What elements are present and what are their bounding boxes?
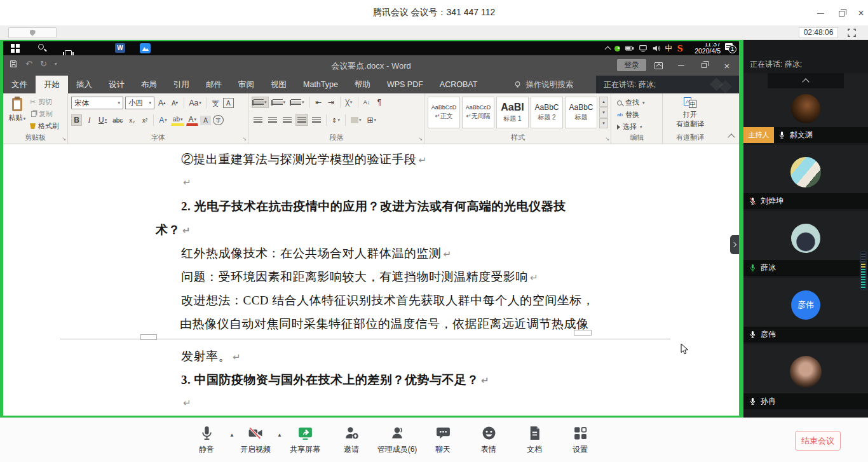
show-marks-button[interactable]: ¶ [374,97,385,108]
style-heading1[interactable]: AaBI标题 1 [496,97,529,128]
character-border-button[interactable]: A [223,98,234,108]
style-heading2[interactable]: AaBbC标题 2 [531,97,563,128]
participant-tile[interactable]: 孙冉 [743,344,868,409]
tab-home[interactable]: 开始 [36,76,68,93]
sidebar-expand-handle[interactable] [730,235,739,254]
participant-tile[interactable]: 薛冰 [743,211,868,276]
tray-chevron-icon[interactable] [604,46,611,53]
collapse-ribbon-icon[interactable] [728,133,735,140]
tab-file[interactable]: 文件 [3,76,36,93]
tab-insert[interactable]: 插入 [68,76,100,93]
end-meeting-button[interactable]: 结束会议 [795,431,841,451]
document-canvas[interactable]: ②提出重建算法与探测光学模型的验证手段↵ ↵ 2. 光电子技术在抗击疫情中的应用… [3,144,739,416]
decrease-indent-button[interactable]: ⇤ [313,97,324,108]
participant-tile[interactable]: 彦伟 彦伟 [743,278,868,343]
borders-button[interactable]: ⊞▾ [365,114,378,126]
strikethrough-button[interactable]: abc [111,114,125,126]
battery-icon[interactable] [625,44,634,53]
superscript-button[interactable]: x² [139,114,150,126]
replace-button[interactable]: ab替换 [617,109,645,120]
font-name-combobox[interactable]: 宋体▾ [71,97,123,109]
line-spacing-button[interactable]: ⇕▾ [330,114,342,126]
taskbar-clock[interactable]: 11:37 2020/4/5 [688,43,721,54]
italic-button[interactable]: I [84,114,95,126]
ime-indicator[interactable]: 中 [665,43,673,54]
phonetic-guide-button[interactable]: wén文 [210,97,221,109]
action-center-icon[interactable]: 1 [725,43,736,53]
network-icon[interactable] [639,44,648,53]
style-normal[interactable]: AaBbCcD↵正文 [428,97,460,128]
align-right-button[interactable] [281,114,294,126]
word-minimize-icon[interactable] [672,60,691,71]
clipboard-dialog-launcher-icon[interactable]: ↘ [62,136,66,142]
sort-button[interactable]: A↓ [362,97,372,108]
participant-tile[interactable]: 刘烨坤 [743,145,868,209]
youdao-open-button[interactable]: A中 打开 有道翻译 [663,97,717,129]
tab-mailings[interactable]: 邮件 [198,76,230,93]
windows-start-icon[interactable] [11,44,15,48]
bold-button[interactable]: B [71,114,82,126]
sidebar-collapse-button[interactable] [768,73,844,88]
format-painter-button[interactable]: 格式刷 [30,121,59,132]
copy-button[interactable]: 复制 [30,109,59,119]
numbering-button[interactable]: ▾ [271,97,288,108]
bullets-button[interactable]: ▾ [252,97,269,108]
tab-references[interactable]: 引用 [165,76,198,93]
underline-button[interactable]: U▾ [97,114,109,126]
justify-button[interactable] [295,114,308,126]
style-title[interactable]: AaBbC标题 [565,97,597,128]
fullscreen-button[interactable] [846,27,857,38]
font-color-button[interactable]: A▾ [186,114,198,126]
styles-dialog-launcher-icon[interactable]: ↘ [605,136,609,142]
find-button[interactable]: 查找▾ [617,97,645,108]
sogou-icon[interactable]: S [677,44,683,53]
settings-button[interactable]: 设置 [553,425,607,455]
paragraph-dialog-launcher-icon[interactable]: ↘ [418,136,423,142]
word-close-icon[interactable]: × [717,60,736,71]
tab-mathtype[interactable]: MathType [295,76,346,93]
cut-button[interactable]: ✂剪切 [30,97,59,107]
speaker-icon[interactable] [652,44,661,53]
taskbar-search-icon[interactable] [38,44,44,50]
increase-indent-button[interactable]: ⇥ [326,97,337,108]
wechat-tray-icon[interactable] [614,46,620,51]
font-size-combobox[interactable]: 小四▾ [125,97,154,109]
ribbon-display-options-icon[interactable] [649,60,668,71]
meeting-taskbar-icon[interactable] [140,43,151,53]
distribute-button[interactable] [310,114,323,126]
asian-layout-button[interactable]: ╳▾ [344,97,355,108]
select-button[interactable]: 选择▾ [617,121,645,132]
tab-wps-pdf[interactable]: WPS PDF [379,76,431,93]
start-video-button[interactable]: 开启视频 [228,425,283,455]
highlight-button[interactable]: ab▾ [171,114,185,126]
mute-button[interactable]: 静音 [179,425,234,455]
tell-me-search[interactable]: 操作说明搜索 [513,76,573,93]
shading-button[interactable]: ▾ [349,114,363,126]
character-shading-button[interactable]: A [200,116,211,125]
close-icon[interactable]: × [851,8,868,19]
styles-gallery-scroll[interactable]: ▲▼▼ [599,97,608,128]
subscript-button[interactable]: x₂ [126,114,137,126]
multilevel-list-button[interactable]: ▾ [289,97,306,108]
tab-review[interactable]: 审阅 [230,76,262,93]
change-case-button[interactable]: Aa▾ [187,97,203,109]
word-restore-icon[interactable] [695,60,714,71]
text-effects-button[interactable]: A▾ [157,114,169,126]
tab-view[interactable]: 视图 [262,76,295,93]
word-login-button[interactable]: 登录 [617,59,646,71]
tab-help[interactable]: 帮助 [346,76,379,93]
align-left-button[interactable] [252,114,264,126]
minimize-icon[interactable] [811,8,830,19]
tab-acrobat[interactable]: ACROBAT [431,76,486,93]
align-center-button[interactable] [266,114,279,126]
shrink-font-button[interactable]: A▾ [170,97,180,109]
enclose-characters-button[interactable]: 字 [213,115,224,125]
font-dialog-launcher-icon[interactable]: ↘ [242,136,247,142]
style-no-spacing[interactable]: AaBbCcD↵无间隔 [462,97,494,128]
grow-font-button[interactable]: A▴ [156,97,168,109]
share-security-shield-button[interactable] [8,27,57,38]
tab-design[interactable]: 设计 [100,76,133,93]
tab-layout[interactable]: 布局 [133,76,165,93]
restore-icon[interactable] [832,8,851,19]
paste-button[interactable]: 粘贴▾ [6,96,29,134]
